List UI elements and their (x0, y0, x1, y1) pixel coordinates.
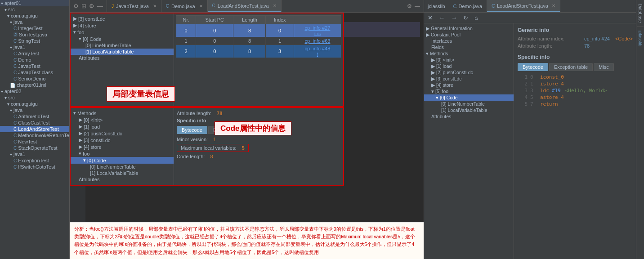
cell-link[interactable]: cp_info #27this (294, 24, 341, 37)
right-tree-attributes[interactable]: Attributes (424, 113, 514, 120)
sidebar-item-javaptest[interactable]: C JavapTest (0, 63, 69, 69)
tree-item-constldc2[interactable]: ▶ [3] constLdc (71, 137, 174, 143)
right-tree-init[interactable]: ▶ [0] <init> (424, 57, 514, 63)
sidebar-item-stringtest[interactable]: C StringTest (0, 38, 69, 44)
sidebar-item-src[interactable]: ▾ src (0, 6, 69, 13)
sidebar-item-integertest[interactable]: C IntegerTest (0, 25, 69, 31)
forward-btn[interactable]: → (449, 13, 459, 22)
sidebar-item-java[interactable]: ▾ java (0, 19, 69, 25)
tab-close-load-r[interactable]: ✕ (552, 3, 555, 8)
expand-icon: ▾ (426, 51, 429, 56)
tree-label: General Information (431, 26, 473, 31)
right-tree-code[interactable]: ▾ [0] Code (424, 94, 514, 101)
sidebar-item-arraytest[interactable]: C ArrayTest (0, 50, 69, 57)
right-tree-fields[interactable]: Fields (424, 44, 514, 50)
minimize-icon[interactable]: — (97, 3, 103, 9)
minimize-btn[interactable]: — (415, 3, 420, 9)
vertical-tab-database[interactable]: Database (637, 0, 644, 27)
right-tab-demo[interactable]: C Demo.java (449, 0, 487, 12)
layout-icon[interactable]: ⊞ (81, 3, 86, 9)
tree-item-code[interactable]: ▾ [0] Code (71, 36, 174, 42)
tree-item-attributes[interactable]: Attributes (71, 55, 174, 61)
table-row[interactable]: 1 0 8 1 cp_info #63 (176, 37, 341, 45)
tree-item-localvar2[interactable]: [1] LocalVariableTable (71, 170, 174, 176)
tree-label: Methods (430, 51, 448, 56)
right-bc-tab-bytecode[interactable]: Bytecode (518, 63, 548, 71)
tree-item-store[interactable]: ▶ [4] store (71, 22, 174, 29)
tab-javaptest[interactable]: J JavapTest.java ✕ (107, 0, 161, 12)
tree-label: Constant Pool (431, 32, 461, 37)
tree-item-linenumber2[interactable]: [0] LineNumberTable (71, 164, 174, 170)
tab-close-demo[interactable]: ✕ (199, 4, 203, 9)
right-tree-pushconstldc[interactable]: ▶ [2] pushConstLdc (424, 69, 514, 76)
sidebar-item-java2[interactable]: ▾ java (0, 107, 69, 113)
right-tree-generalinfo[interactable]: ▶ General Information (424, 25, 514, 31)
table-row[interactable]: 2 0 8 3 cp_info #48f (176, 45, 341, 58)
right-tree-localvar[interactable]: [1] LocalVariableTable (424, 107, 514, 113)
expand-icon: ▾ (73, 29, 76, 35)
cell-link[interactable]: cp_info #63 (294, 37, 341, 45)
cell-link[interactable]: cp_info #48f (294, 45, 341, 58)
table-row[interactable]: 0 0 8 0 cp_info #27this (176, 24, 341, 37)
sidebar-item-methodinvoke[interactable]: C MethodInvokeReturnTest (0, 132, 69, 138)
sidebar-item-java1-2[interactable]: ▾ java1 (0, 151, 69, 157)
close-btn-right[interactable]: ✕ (426, 13, 434, 22)
settings-icon[interactable]: ⚙ (73, 3, 79, 9)
sidebar-item-src2[interactable]: ▾ src (0, 94, 69, 101)
right-tab-loadandstore[interactable]: C LoadAndStoreTest.java ✕ (487, 0, 560, 12)
right-info-panel: Generic info Attribute name index: cp_in… (514, 23, 644, 259)
tree-item-load[interactable]: ▶ [1] load (71, 123, 174, 130)
tree-item-foo[interactable]: ▾ foo (71, 29, 174, 36)
sidebar-item-comatguigu[interactable]: ▾ com.atguigu (0, 13, 69, 19)
tree-label: Fields (431, 45, 444, 50)
tab-close-loadandstore[interactable]: ✕ (273, 3, 277, 8)
tree-item-attributes2[interactable]: Attributes (71, 176, 174, 183)
tab-demo[interactable]: C Demo.java ✕ (161, 0, 208, 12)
sidebar-item-loadandstoretest[interactable]: C LoadAndStoreTest (0, 126, 69, 132)
tree-item-pushconstldc[interactable]: ▶ [2] pushConstLdc (71, 130, 174, 137)
sidebar-item-demo[interactable]: C Demo (0, 57, 69, 63)
right-tree-store[interactable]: ▶ [4] store (424, 82, 514, 88)
right-tree-linenumber[interactable]: [0] LineNumberTable (424, 101, 514, 107)
tree-item-linenumbertable[interactable]: [0] LineNumberTable (71, 42, 174, 49)
sidebar-item-chapter01-iml[interactable]: 📄 chapter01.iml (0, 82, 69, 88)
sidebar-item-exceptiontest[interactable]: C ExceptionTest (0, 157, 69, 164)
tab-close-javaptest[interactable]: ✕ (153, 4, 157, 9)
right-tree-load[interactable]: ▶ [1] load (424, 63, 514, 69)
sidebar-item-java1[interactable]: ▾ java1 (0, 44, 69, 50)
sidebar-item-newtest[interactable]: C NewTest (0, 138, 69, 145)
sidebar-item-ifswitchgototest[interactable]: C IfSwitchGotoTest (0, 164, 69, 170)
right-tree-foo[interactable]: ▾ [5] foo (424, 88, 514, 94)
settings-gear-icon[interactable]: ⚙ (407, 3, 412, 9)
tree-item-constldc[interactable]: ▶ [3] constLdc (71, 15, 174, 22)
right-bc-tab-exception[interactable]: Exception table (549, 63, 593, 71)
right-bc-tab-misc[interactable]: Misc (594, 63, 614, 71)
sidebar-item-comatguigu2[interactable]: ▾ com.atguigu (0, 101, 69, 107)
right-tree-methods[interactable]: ▾ Methods (424, 50, 514, 57)
tree-item-foo2[interactable]: ▾ foo (71, 150, 174, 157)
sidebar-item-arithmetictest[interactable]: C ArithmeticTest (0, 113, 69, 120)
sidebar-item-chapter02[interactable]: ▾ apter02 (0, 88, 69, 94)
sidebar-item-classcasttest[interactable]: C ClassCastTest (0, 120, 69, 126)
tree-item-init[interactable]: ▶ [0] <init> (71, 116, 174, 123)
sidebar-item-stackoperatetest[interactable]: C StackOperateTest (0, 145, 69, 151)
right-tree-constantpool[interactable]: ▶ Constant Pool (424, 31, 514, 38)
sidebar-item-javaptest-class[interactable]: C JavapTest.class (0, 69, 69, 76)
back-btn[interactable]: ← (437, 13, 447, 22)
refresh-btn[interactable]: ↻ (461, 13, 470, 22)
right-tree-constldc[interactable]: ▶ [3] constLdc (424, 76, 514, 82)
tree-item-methods[interactable]: ▾ Methods (71, 110, 174, 116)
tree-item-localvariabletable[interactable]: [1] LocalVariableTable (71, 49, 174, 55)
sidebar-item-chapter01[interactable]: ▾ apter01 (0, 0, 69, 6)
annotation-overlay: 分析：当foo()方法被调用的时候，局部变量表中已经有了l和f的值，并且该方法不… (70, 222, 424, 259)
tree-item-code2[interactable]: ▾ [0] Code (71, 157, 174, 164)
tree-item-store2[interactable]: ▶ [4] store (71, 143, 174, 150)
right-tree-interfaces[interactable]: Interfaces (424, 38, 514, 44)
vertical-tab-jclasslib[interactable]: jclasslib (637, 27, 644, 50)
sidebar-item-seniordemo[interactable]: C SeniorDemo (0, 76, 69, 82)
home-btn[interactable]: ⌂ (473, 13, 480, 22)
sidebar-item-sontest[interactable]: J SonTest.java (0, 31, 69, 38)
tab-loadandstoretest[interactable]: C LoadAndStoreTest.java ✕ (208, 0, 282, 12)
bc-tab-bytecode[interactable]: Bytecode (177, 126, 207, 134)
gear-icon[interactable]: ⚙ (89, 3, 94, 9)
